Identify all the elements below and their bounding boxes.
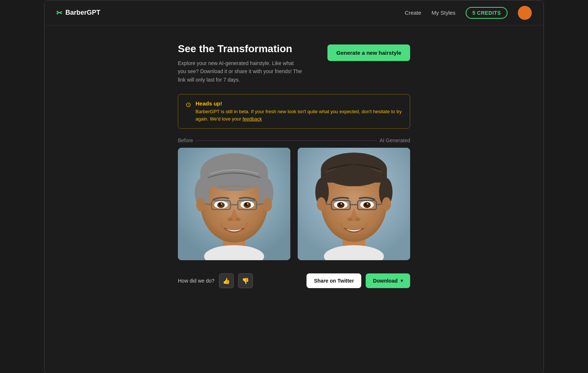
alert-text: BarberGPT is still in beta. If your fres… xyxy=(196,108,402,122)
logo-text: BarberGPT xyxy=(65,9,100,17)
before-face-svg xyxy=(178,148,290,260)
alert-content: Heads up! BarberGPT is still in beta. If… xyxy=(196,100,402,122)
after-image xyxy=(298,148,410,260)
download-button[interactable]: Download ▾ xyxy=(366,273,410,288)
svg-point-39 xyxy=(340,203,342,205)
alert-box: ⊙ Heads up! BarberGPT is still in beta. … xyxy=(178,94,410,129)
thumbs-down-button[interactable]: 👎 xyxy=(238,273,253,288)
svg-point-23 xyxy=(196,198,205,212)
generate-button[interactable]: Generate a new hairstyle xyxy=(327,44,410,61)
svg-point-47 xyxy=(355,218,361,221)
alert-icon: ⊙ xyxy=(186,101,191,109)
svg-rect-5 xyxy=(200,172,268,187)
logo: ✂ BarberGPT xyxy=(56,8,100,17)
alert-body-text: BarberGPT is still in beta. If your fres… xyxy=(196,109,402,122)
images-row xyxy=(178,148,410,260)
after-image-box xyxy=(298,148,410,260)
feedback-link[interactable]: feedback xyxy=(243,116,262,122)
alert-title: Heads up! xyxy=(196,100,402,107)
share-twitter-button[interactable]: Share on Twitter xyxy=(306,273,361,288)
page-title: See the Transformation xyxy=(178,43,303,55)
nav-my-styles[interactable]: My Styles xyxy=(431,10,455,16)
before-label: Before xyxy=(178,137,193,143)
main-content: See the Transformation Explore your new … xyxy=(169,25,419,310)
bottom-actions: How did we do? 👍 👎 Share on Twitter Down… xyxy=(178,273,410,288)
credits-button[interactable]: 5 CREDITS xyxy=(466,7,508,19)
feedback-label: How did we do? xyxy=(178,278,215,284)
logo-icon: ✂ xyxy=(56,8,62,17)
navbar: ✂ BarberGPT Create My Styles 5 CREDITS xyxy=(44,0,544,25)
svg-point-40 xyxy=(367,203,368,205)
avatar[interactable] xyxy=(518,6,532,20)
svg-point-14 xyxy=(220,203,222,205)
svg-point-49 xyxy=(382,197,391,211)
svg-point-21 xyxy=(227,218,233,221)
divider xyxy=(196,140,376,141)
navbar-right: Create My Styles 5 CREDITS xyxy=(405,6,532,20)
section-description: Explore your new AI-generated hairstyle.… xyxy=(178,59,303,84)
before-image-box xyxy=(178,148,290,260)
after-face-svg xyxy=(298,148,410,260)
after-label: AI Generated xyxy=(380,137,410,143)
svg-point-48 xyxy=(317,197,326,211)
svg-point-15 xyxy=(247,203,248,205)
action-buttons: Share on Twitter Download ▾ xyxy=(306,273,410,288)
nav-create[interactable]: Create xyxy=(405,10,421,16)
chevron-down-icon: ▾ xyxy=(401,278,403,283)
download-label: Download xyxy=(373,278,398,284)
svg-point-22 xyxy=(236,218,241,221)
section-header-left: See the Transformation Explore your new … xyxy=(178,43,303,84)
svg-point-24 xyxy=(263,198,272,212)
section-header: See the Transformation Explore your new … xyxy=(178,43,410,84)
before-image xyxy=(178,148,290,260)
thumbs-up-button[interactable]: 👍 xyxy=(219,273,234,288)
feedback-section: How did we do? 👍 👎 xyxy=(178,273,253,288)
svg-point-46 xyxy=(347,218,352,221)
comparison-labels: Before AI Generated xyxy=(178,137,410,143)
